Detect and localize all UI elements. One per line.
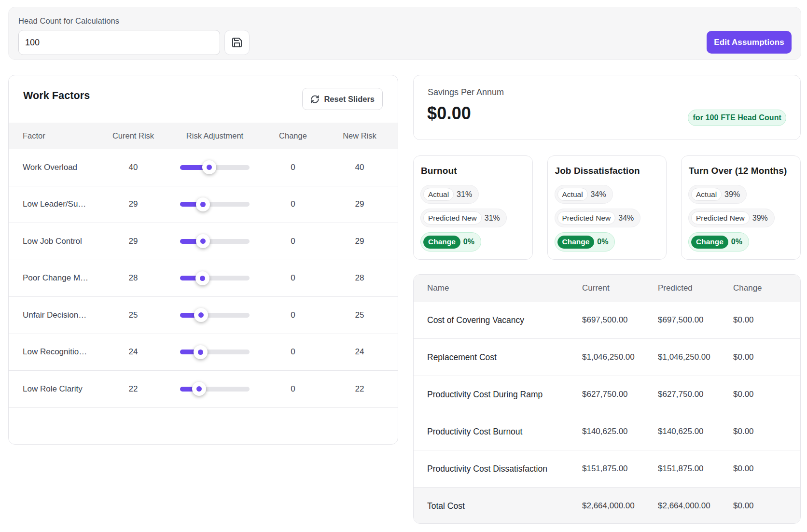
slider-thumb[interactable]	[195, 271, 209, 285]
factor-name: Low Role Clarity	[23, 384, 100, 394]
current-risk-value: 40	[100, 163, 166, 172]
risk-adjustment-slider[interactable]	[180, 234, 250, 248]
new-risk-value: 22	[334, 384, 385, 394]
costs-table-body: Cost of Covering Vacancy $697,500.00 $69…	[414, 302, 800, 488]
cost-name: Productivity Cost During Ramp	[427, 390, 582, 400]
savings-headcount-badge: for 100 FTE Head Count	[688, 110, 786, 126]
actual-pill: Actual 34%	[555, 185, 613, 204]
cost-change: $0.00	[733, 427, 801, 436]
slider-thumb[interactable]	[196, 234, 210, 248]
cost-current: $151,875.00	[582, 464, 658, 474]
work-factors-card: Work Factors Reset Sliders Factor Curent…	[8, 75, 398, 445]
reset-sliders-label: Reset Sliders	[324, 95, 375, 104]
stat-card-title: Turn Over (12 Months)	[689, 166, 793, 176]
actual-row: Actual 31%	[420, 176, 526, 204]
predicted-pill-label: Predicted New	[691, 211, 750, 224]
cost-predicted: $151,875.00	[658, 464, 733, 474]
slider-thumb[interactable]	[192, 382, 206, 396]
current-risk-value: 29	[100, 199, 166, 209]
change-row: Change 0%	[420, 227, 526, 252]
actual-pill-label: Actual	[423, 188, 454, 201]
current-risk-value: 28	[100, 273, 166, 283]
cost-name: Replacement Cost	[427, 352, 582, 363]
change-pill: Change 0%	[420, 232, 481, 252]
change-row: Change 0%	[555, 227, 660, 252]
change-pill: Change 0%	[555, 232, 615, 252]
factor-name: Low Recognitio…	[23, 347, 100, 357]
slider-thumb[interactable]	[196, 197, 210, 211]
predicted-row: Predicted New 39%	[688, 204, 793, 227]
predicted-row: Predicted New 31%	[420, 204, 526, 227]
factor-name: Unfair Decision…	[23, 310, 100, 320]
cost-row: Productivity Cost Dissatisfaction $151,8…	[414, 450, 800, 488]
savings-title: Savings Per Annum	[428, 87, 504, 98]
slider-thumb[interactable]	[194, 308, 208, 322]
current-risk-value: 29	[100, 237, 166, 246]
new-risk-value: 29	[334, 199, 385, 209]
total-predicted: $2,664,000.00	[658, 501, 733, 511]
predicted-pill-label: Predicted New	[557, 211, 616, 224]
current-risk-value: 25	[100, 310, 166, 320]
total-current: $2,664,000.00	[582, 501, 658, 511]
work-factors-table-body: Work Overload 40 0 40 Low Leade	[9, 149, 398, 408]
cost-predicted: $697,500.00	[658, 315, 733, 325]
stat-card: Turn Over (12 Months) Actual 39% Predict…	[681, 155, 801, 260]
cost-predicted: $1,046,250.00	[658, 352, 733, 362]
cost-current: $1,046,250.00	[582, 352, 658, 362]
factor-name: Poor Change M…	[23, 273, 100, 283]
predicted-pill-label: Predicted New	[423, 211, 482, 224]
save-head-count-button[interactable]	[224, 30, 250, 55]
stat-card: Job Dissatisfaction Actual 34% Predicted…	[547, 155, 667, 260]
change-pill-label: Change	[691, 236, 728, 249]
new-risk-value: 40	[334, 163, 385, 172]
new-risk-value: 24	[334, 347, 385, 357]
column-header-predicted: Predicted	[658, 283, 733, 293]
change-value: 0	[264, 384, 322, 394]
risk-adjustment-slider[interactable]	[180, 271, 250, 285]
work-factors-title: Work Factors	[23, 90, 90, 102]
cost-row: Productivity Cost During Ramp $627,750.0…	[414, 376, 800, 413]
factor-name: Low Job Control	[23, 237, 100, 246]
head-count-input[interactable]	[18, 30, 220, 55]
predicted-pill: Predicted New 39%	[688, 209, 775, 227]
risk-adjustment-slider[interactable]	[180, 308, 250, 322]
cost-predicted: $140,625.00	[658, 427, 733, 436]
actual-pill-label: Actual	[691, 188, 722, 201]
cost-change: $0.00	[733, 315, 801, 325]
column-header-name: Name	[427, 283, 582, 293]
costs-table-card: Name Current Predicted Change Cost of Co…	[413, 274, 801, 524]
work-factors-header: Work Factors Reset Sliders	[9, 75, 398, 123]
slider-thumb[interactable]	[194, 345, 208, 359]
risk-adjustment-slider[interactable]	[180, 197, 250, 211]
cost-current: $627,750.00	[582, 390, 658, 399]
actual-row: Actual 39%	[688, 176, 793, 204]
slider-thumb[interactable]	[202, 160, 216, 174]
savings-card: Savings Per Annum $0.00 for 100 FTE Head…	[413, 75, 801, 140]
cost-current: $140,625.00	[582, 427, 658, 436]
change-row: Change 0%	[688, 227, 793, 252]
savings-amount: $0.00	[427, 103, 471, 124]
work-factor-row: Low Leader/Su… 29 0 29	[9, 186, 398, 224]
predicted-pill: Predicted New 34%	[555, 209, 641, 227]
change-pill-label: Change	[557, 236, 595, 249]
column-header-factor: Factor	[23, 131, 100, 140]
change-value: 0	[264, 163, 322, 172]
column-header-change: Change	[264, 131, 322, 140]
workforce-risk-dashboard: Head Count for Calculations Edit Assumpt…	[0, 0, 807, 532]
factor-name: Low Leader/Su…	[23, 199, 100, 209]
risk-adjustment-slider[interactable]	[180, 382, 250, 396]
factor-name: Work Overload	[23, 163, 100, 172]
head-count-row	[18, 30, 792, 55]
edit-assumptions-button[interactable]: Edit Assumptions	[707, 31, 792, 54]
actual-pill: Actual 31%	[420, 185, 479, 204]
costs-total-row: Total Cost $2,664,000.00 $2,664,000.00 $…	[414, 488, 800, 524]
current-risk-value: 24	[100, 347, 166, 357]
risk-adjustment-slider[interactable]	[180, 345, 250, 359]
change-value: 0	[264, 347, 322, 357]
refresh-icon	[310, 95, 320, 104]
risk-adjustment-slider[interactable]	[180, 160, 250, 174]
cost-name: Productivity Cost Burnout	[427, 427, 582, 437]
work-factor-row: Low Job Control 29 0 29	[9, 223, 398, 260]
stat-card-title: Burnout	[421, 166, 526, 176]
reset-sliders-button[interactable]: Reset Sliders	[302, 88, 383, 110]
